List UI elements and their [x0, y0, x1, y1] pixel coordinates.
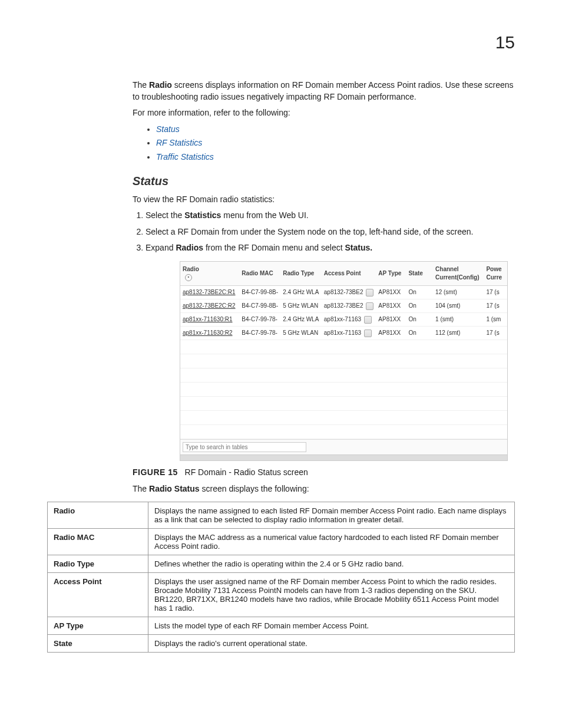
definition-row: Radio MACDisplays the MAC address as a n… [48, 529, 515, 555]
af-c: screen displays the following: [200, 484, 309, 493]
def-desc: Lists the model type of each RF Domain m… [148, 617, 515, 635]
col-radio-label: Radio [183, 266, 199, 272]
definition-row: RadioDisplays the name assigned to each … [48, 502, 515, 529]
cell-ap[interactable]: ap8132-73BE2 [322, 299, 376, 312]
col-channel[interactable]: Channel Current(Config) [433, 262, 484, 286]
cell-radio[interactable]: ap81xx-711630:R2 [180, 326, 239, 340]
table-row-blank [180, 340, 507, 354]
cell-power: 17 (s [484, 285, 507, 299]
def-desc: Displays the name assigned to each liste… [148, 502, 515, 529]
horizontal-scrollbar[interactable] [180, 454, 507, 460]
col-state[interactable]: State [406, 262, 433, 286]
cell-ap[interactable]: ap8132-73BE2 [322, 285, 376, 299]
links-list: Status RF Statistics Traffic Statistics [133, 124, 515, 163]
cell-aptype: AP81XX [376, 326, 406, 340]
table-row-blank [180, 368, 507, 382]
definition-row: Access PointDisplays the user assigned n… [48, 573, 515, 617]
intro-more-info: For more information, refer to the follo… [133, 107, 515, 119]
cell-type: 5 GHz WLAN [280, 326, 322, 340]
step-text: from the RF Domain menu and select [203, 243, 345, 252]
def-term: State [48, 635, 148, 653]
cell-type: 2.4 GHz WLA [280, 312, 322, 326]
definitions-wrap: RadioDisplays the name assigned to each … [47, 502, 515, 653]
link-item: Status [156, 124, 515, 136]
definition-row: Radio TypeDefines whether the radio is o… [48, 555, 515, 573]
table-row-blank [180, 396, 507, 410]
definition-row: StateDisplays the radio's current operat… [48, 635, 515, 653]
table-row-blank [180, 424, 507, 439]
cell-radio[interactable]: ap8132-73BE2C:R2 [180, 299, 239, 312]
step-text: menu from the Web UI. [221, 210, 308, 220]
cell-channel: 112 (smt) [433, 326, 484, 340]
step-bold: Statistics [184, 210, 221, 220]
def-desc: Displays the MAC address as a numerical … [148, 529, 515, 555]
step-bold: Radios [176, 243, 203, 252]
body-content: The Radio screens displays information o… [133, 80, 515, 495]
def-desc: Defines whether the radio is operating w… [148, 555, 515, 573]
cell-power: 17 (s [484, 326, 507, 340]
intro-radio-bold: Radio [149, 80, 172, 90]
col-access-point[interactable]: Access Point [322, 262, 376, 286]
af-a: The [133, 484, 149, 493]
col-power[interactable]: Powe Curre [484, 262, 507, 286]
link-traffic-statistics[interactable]: Traffic Statistics [156, 152, 214, 162]
def-term: Access Point [48, 573, 148, 617]
col-radio[interactable]: Radio• [180, 262, 239, 286]
link-item: Traffic Statistics [156, 151, 515, 163]
step-3: Expand Radios from the RF Domain menu an… [146, 242, 515, 254]
link-item: RF Statistics [156, 137, 515, 149]
cell-power: 1 (sm [484, 312, 507, 326]
cell-aptype: AP81XX [376, 312, 406, 326]
cell-mac: B4-C7-99-8B- [239, 299, 280, 312]
cell-radio[interactable]: ap81xx-711630:R1 [180, 312, 239, 326]
table-row: ap81xx-711630:R2B4-C7-99-78-5 GHz WLANap… [180, 326, 507, 340]
step-text: Select the [146, 210, 184, 220]
table-row: ap81xx-711630:R1B4-C7-99-78-2.4 GHz WLAa… [180, 312, 507, 326]
status-intro: To view the RF Domain radio statistics: [133, 194, 515, 206]
cell-state: On [406, 326, 433, 340]
link-status[interactable]: Status [156, 124, 180, 134]
search-input[interactable] [183, 442, 306, 452]
step-1: Select the Statistics menu from the Web … [146, 210, 515, 222]
table-row: ap8132-73BE2C:R1B4-C7-99-8B-2.4 GHz WLAa… [180, 285, 507, 299]
page-number: 15 [495, 32, 515, 52]
after-figure-text: The Radio Status screen displays the fol… [133, 483, 515, 495]
steps-list: Select the Statistics menu from the Web … [133, 210, 515, 254]
table-row: ap8132-73BE2C:R2B4-C7-99-8B-5 GHz WLANap… [180, 299, 507, 312]
cell-radio[interactable]: ap8132-73BE2C:R1 [180, 285, 239, 299]
cell-mac: B4-C7-99-8B- [239, 285, 280, 299]
table-row-blank [180, 382, 507, 396]
cell-power: 17 (s [484, 299, 507, 312]
cell-mac: B4-C7-99-78- [239, 326, 280, 340]
col-ap-type[interactable]: AP Type [376, 262, 406, 286]
def-desc: Displays the user assigned name of the R… [148, 573, 515, 617]
cell-state: On [406, 299, 433, 312]
ap-icon [364, 316, 372, 324]
def-term: Radio Type [48, 555, 148, 573]
cell-channel: 12 (smt) [433, 285, 484, 299]
definition-table: RadioDisplays the name assigned to each … [47, 502, 515, 653]
cell-aptype: AP81XX [376, 285, 406, 299]
definition-row: AP TypeLists the model type of each RF D… [48, 617, 515, 635]
link-rf-statistics[interactable]: RF Statistics [156, 138, 202, 147]
cell-ap[interactable]: ap81xx-71163 [322, 326, 376, 340]
col-radio-mac[interactable]: Radio MAC [239, 262, 280, 286]
cell-mac: B4-C7-99-78- [239, 312, 280, 326]
def-desc: Displays the radio's current operational… [148, 635, 515, 653]
def-term: Radio MAC [48, 529, 148, 555]
sort-icon[interactable]: • [185, 274, 192, 281]
intro-text1: screens displays information on RF Domai… [133, 80, 514, 101]
cell-type: 5 GHz WLAN [280, 299, 322, 312]
radio-table: Radio• Radio MAC Radio Type Access Point… [180, 262, 507, 439]
cell-ap[interactable]: ap81xx-71163 [322, 312, 376, 326]
cell-type: 2.4 GHz WLA [280, 285, 322, 299]
def-term: AP Type [48, 617, 148, 635]
af-b: Radio Status [149, 484, 200, 493]
step-text: Expand [146, 243, 176, 252]
cell-aptype: AP81XX [376, 299, 406, 312]
ap-icon [366, 302, 373, 310]
cell-channel: 1 (smt) [433, 312, 484, 326]
figure-caption: FIGURE 15 RF Domain - Radio Status scree… [133, 467, 515, 479]
col-radio-type[interactable]: Radio Type [280, 262, 322, 286]
ap-icon [364, 330, 372, 337]
